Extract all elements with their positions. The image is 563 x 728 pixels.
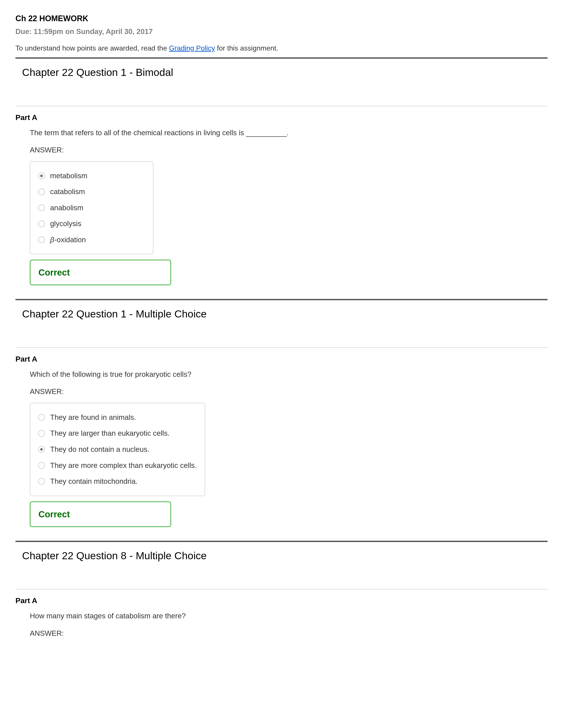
radio-icon[interactable] [38, 205, 45, 211]
choice-label: They are found in animals. [50, 413, 136, 422]
grading-policy-link[interactable]: Grading Policy [169, 44, 215, 52]
choice-label: metabolism [50, 171, 87, 181]
policy-line: To understand how points are awarded, re… [15, 43, 548, 53]
question-prompt: Which of the following is true for proka… [30, 370, 548, 379]
part-label: Part A [15, 113, 548, 123]
feedback-box: Correct [30, 260, 171, 285]
choice-box: They are found in animals.They are large… [30, 403, 205, 496]
part-divider [15, 589, 548, 589]
radio-icon[interactable] [38, 446, 45, 453]
section-divider [15, 299, 548, 300]
section-divider [15, 541, 548, 542]
radio-icon[interactable] [38, 221, 45, 227]
question-prompt: How many main stages of catabolism are t… [30, 611, 548, 621]
radio-icon[interactable] [38, 414, 45, 421]
choice-option[interactable]: metabolism [38, 168, 145, 184]
radio-icon[interactable] [38, 236, 45, 243]
choice-option[interactable]: They are larger than eukaryotic cells. [38, 425, 197, 441]
question-title: Chapter 22 Question 8 - Multiple Choice [22, 549, 548, 563]
feedback-text: Correct [38, 509, 70, 519]
part-divider [15, 347, 548, 348]
choice-option[interactable]: They are more complex than eukaryotic ce… [38, 458, 197, 474]
choice-box: metabolismcatabolismanabolismglycolysisβ… [30, 161, 153, 255]
assignment-title: Ch 22 HOMEWORK [15, 13, 548, 24]
choice-option[interactable]: β-oxidation [38, 232, 145, 248]
choice-label: They contain mitochondria. [50, 477, 137, 486]
choice-label: They are larger than eukaryotic cells. [50, 428, 169, 438]
answer-label: ANSWER: [30, 145, 548, 155]
choice-label: β-oxidation [50, 235, 86, 245]
radio-icon[interactable] [38, 478, 45, 485]
choice-option[interactable]: They do not contain a nucleus. [38, 441, 197, 458]
choice-label: They do not contain a nucleus. [50, 445, 149, 454]
due-line: Due: 11:59pm on Sunday, April 30, 2017 [15, 27, 548, 37]
policy-suffix: for this assignment. [215, 44, 278, 52]
choice-label: They are more complex than eukaryotic ce… [50, 461, 197, 471]
choice-option[interactable]: catabolism [38, 184, 145, 200]
question-title: Chapter 22 Question 1 - Bimodal [22, 65, 548, 79]
question-prompt: The term that refers to all of the chemi… [30, 128, 548, 138]
part-label: Part A [15, 596, 548, 606]
choice-option[interactable]: They contain mitochondria. [38, 473, 197, 490]
choice-label: anabolism [50, 203, 83, 213]
radio-icon[interactable] [38, 430, 45, 437]
choice-label: catabolism [50, 187, 85, 197]
radio-icon[interactable] [38, 462, 45, 469]
part-divider [15, 106, 548, 106]
section-divider [15, 57, 548, 59]
question-title: Chapter 22 Question 1 - Multiple Choice [22, 307, 548, 321]
radio-icon[interactable] [38, 189, 45, 195]
choice-option[interactable]: anabolism [38, 200, 145, 216]
feedback-box: Correct [30, 501, 171, 527]
choice-option[interactable]: glycolysis [38, 216, 145, 232]
answer-label: ANSWER: [30, 629, 548, 638]
policy-prefix: To understand how points are awarded, re… [15, 44, 169, 52]
choice-label: glycolysis [50, 219, 81, 229]
feedback-text: Correct [38, 268, 70, 277]
radio-icon[interactable] [38, 173, 45, 179]
choice-option[interactable]: They are found in animals. [38, 409, 197, 426]
part-label: Part A [15, 354, 548, 364]
answer-label: ANSWER: [30, 387, 548, 397]
